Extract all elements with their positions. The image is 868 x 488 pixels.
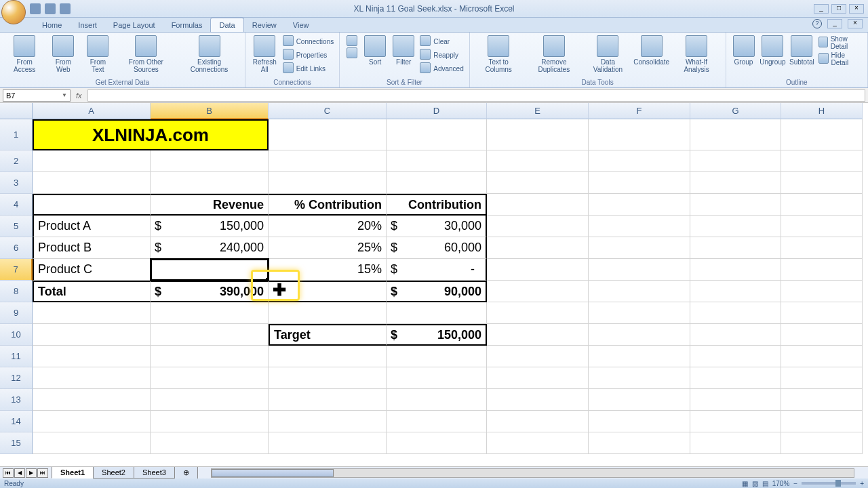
undo-icon[interactable] [45,3,56,14]
cell-E13[interactable] [487,389,589,411]
new-sheet-button[interactable]: ⊕ [174,467,198,479]
cell-C13[interactable] [269,389,387,411]
cell-H14[interactable] [781,411,863,432]
sheet-tab-2[interactable]: Sheet2 [93,467,134,479]
cell-G13[interactable] [690,389,781,411]
cell-D9[interactable] [387,302,487,324]
row-header-7[interactable]: 7 [0,259,33,281]
cell-H8[interactable] [781,281,863,302]
cell-E6[interactable] [487,237,589,259]
cell-F6[interactable] [589,237,690,259]
row-header-5[interactable]: 5 [0,216,33,237]
sheet-nav-prev[interactable]: ◀ [14,468,25,478]
cell-A9[interactable] [33,302,151,324]
tab-home[interactable]: Home [34,18,70,32]
cell-A14[interactable] [33,411,151,432]
name-box[interactable]: B7 ▼ [3,89,71,102]
column-header-g[interactable]: G [690,103,781,119]
cell-D12[interactable] [387,367,487,389]
spreadsheet-grid[interactable]: ABCDEFGH 123456789101112131415 XLNINJA.c… [0,103,868,474]
cell-G3[interactable] [690,172,781,194]
cell-F4[interactable] [589,194,690,216]
select-all-corner[interactable] [0,103,33,119]
cell-H6[interactable] [781,237,863,259]
tab-insert[interactable]: Insert [70,18,105,32]
column-header-a[interactable]: A [33,103,151,119]
cell-D13[interactable] [387,389,487,411]
cell-G11[interactable] [690,346,781,367]
header-revenue[interactable]: Revenue [151,194,269,216]
cell-H7[interactable] [781,259,863,281]
cell-E2[interactable] [487,150,589,172]
cell-pct[interactable]: 25% [269,237,387,259]
header-pct[interactable]: % Contribution [269,194,387,216]
header-contrib[interactable]: Contribution [387,194,487,216]
horizontal-scrollbar[interactable] [211,468,854,478]
cell-F8[interactable] [589,281,690,302]
cell-F13[interactable] [589,389,690,411]
cell-F15[interactable] [589,432,690,454]
zoom-in-button[interactable]: + [860,480,864,487]
cell-B14[interactable] [151,411,269,432]
cell-F10[interactable] [589,324,690,346]
cell-contrib[interactable]: $30,000 [387,216,487,237]
row-header-3[interactable]: 3 [0,172,33,194]
cell-product-name[interactable]: Product B [33,237,151,259]
cell-A13[interactable] [33,389,151,411]
tab-formulas[interactable]: Formulas [163,18,211,32]
connections-button[interactable]: Connections [283,35,334,47]
row-header-6[interactable]: 6 [0,237,33,259]
cell-D15[interactable] [387,432,487,454]
row-header-10[interactable]: 10 [0,324,33,346]
close-button[interactable]: × [849,4,864,14]
row-header-2[interactable]: 2 [0,150,33,172]
cell-E7[interactable] [487,259,589,281]
cell-G14[interactable] [690,411,781,432]
cell-D1[interactable] [387,119,487,150]
column-header-d[interactable]: D [387,103,487,119]
zoom-slider[interactable] [802,482,856,485]
cell-revenue[interactable]: $240,000 [151,237,269,259]
column-header-f[interactable]: F [589,103,690,119]
row-header-13[interactable]: 13 [0,389,33,411]
column-header-e[interactable]: E [487,103,589,119]
row-header-4[interactable]: 4 [0,194,33,216]
minimize-button[interactable]: _ [814,4,829,14]
sheet-nav-next[interactable]: ▶ [26,468,37,478]
cell-contrib[interactable]: $60,000 [387,237,487,259]
cell-D11[interactable] [387,346,487,367]
cell-revenue[interactable]: $390,000 [151,281,269,302]
row-header-9[interactable]: 9 [0,302,33,324]
cell-H11[interactable] [781,346,863,367]
cell-F7[interactable] [589,259,690,281]
cell-C12[interactable] [269,367,387,389]
cell-H13[interactable] [781,389,863,411]
chevron-down-icon[interactable]: ▼ [62,92,67,98]
cell-G1[interactable] [690,119,781,150]
save-icon[interactable] [30,3,41,14]
row-header-8[interactable]: 8 [0,281,33,302]
cell-G15[interactable] [690,432,781,454]
row-header-14[interactable]: 14 [0,411,33,432]
show-detail-button[interactable]: Show Detail [818,35,863,50]
cell-H9[interactable] [781,302,863,324]
ribbon-minimize-button[interactable]: _ [827,19,842,28]
cell-A10[interactable] [33,324,151,346]
view-pagebreak-icon[interactable]: ▤ [762,480,768,487]
cell-contrib[interactable]: $90,000 [387,281,487,302]
cell-C3[interactable] [269,172,387,194]
cell-pct[interactable]: 20% [269,216,387,237]
cell-B12[interactable] [151,367,269,389]
cell-F14[interactable] [589,411,690,432]
cell-B3[interactable] [151,172,269,194]
advanced-button[interactable]: Advanced [420,62,463,75]
help-icon[interactable]: ? [812,19,822,28]
edit-links-button[interactable]: Edit Links [283,62,334,75]
column-header-b[interactable]: B [151,103,269,119]
cell-G7[interactable] [690,259,781,281]
cell-contrib[interactable]: $ - [387,259,487,281]
cell-G8[interactable] [690,281,781,302]
cell-B15[interactable] [151,432,269,454]
cell-A2[interactable] [33,150,151,172]
row-header-12[interactable]: 12 [0,367,33,389]
